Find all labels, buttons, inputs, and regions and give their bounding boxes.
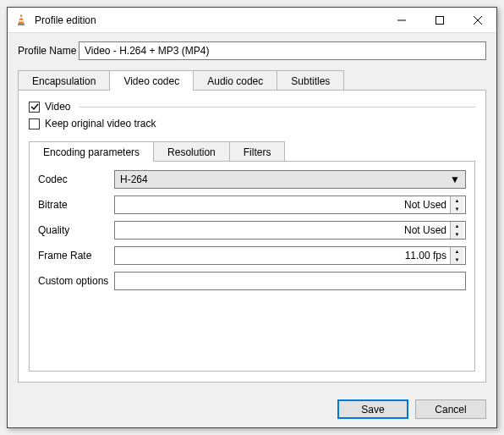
framerate-value[interactable] [120, 249, 450, 262]
custom-options-input[interactable] [114, 272, 466, 290]
keep-original-checkbox[interactable] [29, 118, 40, 129]
close-button[interactable] [458, 8, 496, 33]
bitrate-down-button[interactable]: ▼ [451, 205, 463, 213]
bitrate-row: Bitrate ▲ ▼ [38, 195, 466, 214]
profile-name-label: Profile Name [18, 45, 79, 57]
quality-input[interactable]: ▲ ▼ [114, 221, 466, 240]
bitrate-up-button[interactable]: ▲ [451, 196, 463, 205]
tab-filters[interactable]: Filters [229, 141, 286, 162]
encoding-parameters-panel: Codec H-264 ▼ Bitrate ▲ ▼ [29, 161, 475, 372]
custom-options-label: Custom options [38, 275, 114, 287]
dialog-footer: Save Cancel [8, 391, 496, 427]
profile-name-input[interactable] [79, 41, 486, 60]
codec-label: Codec [38, 173, 114, 185]
svg-rect-0 [19, 17, 23, 19]
tab-encapsulation[interactable]: Encapsulation [18, 70, 110, 91]
maximize-button[interactable] [420, 8, 458, 33]
custom-options-row: Custom options [38, 272, 466, 290]
tab-encoding-parameters[interactable]: Encoding parameters [29, 141, 154, 162]
codec-row: Codec H-264 ▼ [38, 170, 466, 189]
keep-original-label: Keep original video track [45, 118, 156, 129]
tab-audio-codec[interactable]: Audio codec [193, 70, 277, 91]
codec-select[interactable]: H-264 ▼ [114, 170, 466, 189]
tab-subtitles[interactable]: Subtitles [277, 70, 344, 91]
window-title: Profile edition [35, 14, 382, 26]
vlc-icon [14, 14, 28, 27]
framerate-down-button[interactable]: ▼ [451, 256, 463, 264]
dialog-body: Profile Name Encapsulation Video codec A… [8, 33, 496, 391]
framerate-row: Frame Rate ▲ ▼ [38, 246, 466, 265]
framerate-up-button[interactable]: ▲ [451, 247, 463, 256]
bitrate-input[interactable]: ▲ ▼ [114, 195, 466, 214]
quality-value[interactable] [120, 223, 450, 237]
encoding-tabs: Encoding parameters Resolution Filters [29, 141, 475, 162]
svg-rect-2 [18, 24, 25, 25]
quality-row: Quality ▲ ▼ [38, 221, 466, 240]
quality-down-button[interactable]: ▼ [451, 230, 463, 239]
minimize-button[interactable] [382, 8, 420, 33]
video-codec-panel: Video Keep original video track Encoding… [18, 90, 486, 383]
dialog-window: Profile edition Profile Name Encapsulati… [7, 7, 497, 428]
keep-original-row: Keep original video track [29, 118, 475, 129]
video-checkbox[interactable] [29, 102, 40, 113]
quality-label: Quality [38, 224, 114, 236]
framerate-input[interactable]: ▲ ▼ [114, 246, 466, 265]
framerate-label: Frame Rate [38, 250, 114, 262]
titlebar: Profile edition [8, 8, 496, 33]
codec-tabs: Encapsulation Video codec Audio codec Su… [18, 70, 486, 91]
tab-resolution[interactable]: Resolution [153, 141, 230, 162]
svg-rect-1 [19, 20, 24, 22]
tab-video-codec[interactable]: Video codec [109, 70, 194, 91]
svg-rect-4 [436, 16, 443, 24]
save-button[interactable]: Save [337, 399, 408, 419]
bitrate-label: Bitrate [38, 199, 114, 211]
profile-name-row: Profile Name [18, 41, 486, 60]
quality-up-button[interactable]: ▲ [451, 222, 463, 230]
cancel-button[interactable]: Cancel [415, 399, 486, 419]
video-checkbox-label: Video [45, 101, 70, 113]
quality-spinner: ▲ ▼ [450, 222, 463, 239]
framerate-spinner: ▲ ▼ [450, 247, 463, 264]
bitrate-spinner: ▲ ▼ [450, 196, 463, 213]
bitrate-value[interactable] [120, 198, 450, 212]
codec-value: H-264 [120, 173, 148, 185]
video-enable-row: Video [29, 101, 475, 113]
chevron-down-icon: ▼ [450, 173, 460, 185]
